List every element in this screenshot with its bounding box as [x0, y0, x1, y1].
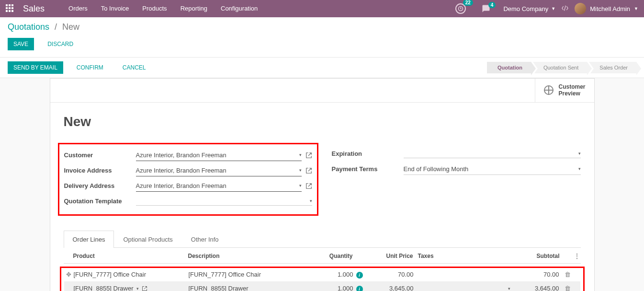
label-delivery-address: Delivery Address: [64, 182, 136, 189]
columns-menu-icon[interactable]: ⋮: [573, 253, 581, 259]
customer-preview-l2: Preview: [558, 90, 585, 97]
user-menu[interactable]: Mitchell Admin ▼: [575, 3, 638, 14]
quotation-template-field[interactable]: ▾: [136, 197, 312, 206]
step-quotation[interactable]: Quotation: [487, 62, 531, 73]
external-link-icon[interactable]: [305, 183, 312, 189]
app-brand[interactable]: Sales: [23, 4, 45, 14]
send-email-button[interactable]: Send by Email: [8, 61, 63, 74]
cell-qty[interactable]: 1.000: [308, 271, 356, 278]
debug-icon[interactable]: [561, 4, 569, 13]
nav-reporting[interactable]: Reporting: [174, 0, 214, 17]
activity-badge: 22: [463, 0, 473, 6]
save-button[interactable]: Save: [8, 38, 34, 50]
cell-taxes[interactable]: ▾: [418, 286, 514, 291]
orderlines-header: Product Description Quantity Unit Price …: [64, 248, 581, 264]
nav-orders[interactable]: Orders: [62, 0, 94, 17]
external-link-icon[interactable]: [305, 152, 312, 159]
payment-terms-field[interactable]: End of Following Month▾: [404, 163, 581, 175]
nav-products[interactable]: Products: [136, 0, 173, 17]
customer-preview-button[interactable]: Customer Preview: [535, 79, 594, 102]
external-link-icon[interactable]: [305, 167, 312, 174]
customer-preview-l1: Customer: [558, 83, 585, 90]
breadcrumb: Quotations / New: [8, 22, 636, 32]
cell-subtotal: 70.00: [514, 271, 563, 278]
cell-unit-price[interactable]: 70.00: [366, 271, 418, 278]
customer-field[interactable]: Azure Interior, Brandon Freeman▾: [136, 150, 302, 161]
chat-icon[interactable]: 4: [482, 4, 498, 13]
apps-icon[interactable]: [6, 4, 14, 13]
step-quotation-sent[interactable]: Quotation Sent: [533, 62, 587, 73]
confirm-button[interactable]: Confirm: [71, 61, 109, 74]
invoice-address-field[interactable]: Azure Interior, Brandon Freeman▾: [136, 165, 302, 176]
company-name: Demo Company: [503, 5, 548, 12]
hdr-subtotal: Subtotal: [514, 253, 564, 259]
cell-unit-price[interactable]: 3,645.00: [366, 285, 418, 291]
label-expiration: Expiration: [332, 150, 404, 157]
step-sales-order[interactable]: Sales Order: [589, 62, 636, 73]
discard-button[interactable]: Discard: [42, 38, 79, 50]
nav-configuration[interactable]: Configuration: [214, 0, 264, 17]
cancel-button[interactable]: Cancel: [117, 61, 152, 74]
avatar: [575, 3, 586, 14]
cell-product[interactable]: [FURN_8855] Drawer ▾: [74, 285, 185, 291]
delivery-address-field[interactable]: Azure Interior, Brandon Freeman▾: [136, 180, 302, 192]
cell-subtotal: 3,645.00: [514, 285, 563, 291]
hdr-taxes: Taxes: [418, 253, 514, 259]
hdr-quantity: Quantity: [308, 253, 356, 259]
nav-to-invoice[interactable]: To Invoice: [94, 0, 136, 17]
external-link-icon[interactable]: [142, 286, 147, 291]
cell-qty[interactable]: 1.000: [308, 285, 356, 291]
company-switcher[interactable]: Demo Company ▼: [503, 5, 555, 12]
tab-other-info[interactable]: Other Info: [182, 231, 228, 248]
user-name: Mitchell Admin: [590, 5, 630, 12]
tab-optional-products[interactable]: Optional Products: [114, 231, 181, 248]
hdr-description: Description: [188, 253, 308, 259]
drag-handle-icon[interactable]: ✥: [64, 271, 74, 278]
form-sheet: Customer Preview New Customer Azure Inte…: [50, 78, 595, 291]
cell-product[interactable]: [FURN_7777] Office Chair: [74, 271, 189, 278]
hdr-unit-price: Unit Price: [365, 253, 418, 259]
info-icon[interactable]: i: [356, 286, 363, 291]
label-customer: Customer: [64, 151, 136, 159]
hdr-product: Product: [73, 253, 188, 259]
expiration-field[interactable]: ▾: [404, 149, 581, 158]
doc-title: New: [64, 114, 581, 129]
cell-description[interactable]: [FURN_8855] Drawer: [189, 285, 308, 291]
trash-icon[interactable]: 🗑: [563, 271, 573, 278]
label-payment-terms: Payment Terms: [332, 165, 404, 173]
table-row[interactable]: ✥ [FURN_7777] Office Chair [FURN_7777] O…: [64, 268, 580, 282]
breadcrumb-root[interactable]: Quotations: [8, 22, 49, 32]
info-icon[interactable]: i: [356, 272, 363, 279]
tab-order-lines[interactable]: Order Lines: [64, 231, 114, 248]
breadcrumb-current: New: [62, 22, 79, 32]
trash-icon[interactable]: 🗑: [563, 285, 573, 291]
status-steps: Quotation Quotation Sent Sales Order: [485, 62, 636, 73]
chat-badge: 4: [488, 2, 496, 8]
globe-icon: [544, 85, 554, 95]
top-navbar: Sales Orders To Invoice Products Reporti…: [0, 0, 644, 17]
label-invoice-address: Invoice Address: [64, 167, 136, 174]
cell-description[interactable]: [FURN_7777] Office Chair: [189, 271, 308, 278]
label-quotation-template: Quotation Template: [64, 198, 136, 205]
table-row[interactable]: [FURN_8855] Drawer ▾ [FURN_8855] Drawer …: [64, 282, 580, 291]
